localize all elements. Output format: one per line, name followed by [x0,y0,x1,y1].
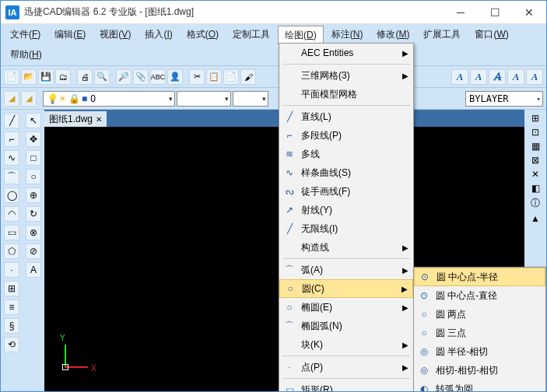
draw-tool-3[interactable]: ⌒ [4,169,19,184]
cut-button[interactable]: ✂ [189,69,205,85]
right-tool-2[interactable]: ▦ [531,141,540,152]
mod-tool-1[interactable]: ✥ [26,131,41,147]
right-tool-0[interactable]: ⊞ [531,113,539,124]
menu-扩展工具[interactable]: 扩展工具 [417,26,467,44]
mod-tool-5[interactable]: ↻ [26,206,41,222]
draw-item-平面模型网格[interactable]: 平面模型网格 [279,85,413,103]
draw-item-无限线(I)[interactable]: ╱无限线(I) [279,219,413,238]
match-button[interactable]: 🖌 [240,69,256,85]
draw-item-AEC Entities[interactable]: AEC Entities▶ [279,44,413,62]
paste-button[interactable]: 📄 [223,69,239,85]
draw-tool-8[interactable]: · [4,262,19,278]
circle-item-圆 中心点-直径[interactable]: ⊙圆 中心点-直径 [414,286,545,305]
circle-item-圆 中心点-半径[interactable]: ⊙圆 中心点-半径 [414,268,545,286]
draw-tool-11[interactable]: § [4,318,19,334]
circle-item-转弧为圆[interactable]: ◐转弧为圆 [414,380,545,392]
draw-tool-4[interactable]: ◯ [4,187,19,203]
right-tool-4[interactable]: ✕ [531,169,539,180]
draw-item-多线[interactable]: ≋多线 [279,145,413,163]
layer-combo[interactable]: 💡☀🔒■0 [43,91,175,107]
menu-窗口[interactable]: 窗口(W) [468,26,514,44]
attach-button[interactable]: 📎 [133,69,149,85]
draw-tool-9[interactable]: ⊞ [4,281,19,296]
circle-item-圆 三点[interactable]: ○圆 三点 [414,324,545,342]
draw-tool-10[interactable]: ≡ [4,299,19,315]
circle-item-圆 半径-相切[interactable]: ◎圆 半径-相切 [414,342,545,361]
mod-tool-8[interactable]: A [26,262,41,278]
draw-item-椭圆(E)[interactable]: ○椭圆(E)▶ [279,298,413,317]
textstyle-a3[interactable]: A̶ [489,69,506,85]
draw-item-射线(Y)[interactable]: ↗射线(Y) [279,201,413,219]
spell-button[interactable]: ABC [150,69,166,85]
copy-button[interactable]: 📋 [206,69,222,85]
saveall-button[interactable]: 🗂 [55,69,71,85]
right-tool-5[interactable]: ◧ [531,183,540,194]
draw-item-多段线(P)[interactable]: ⌐多段线(P) [279,126,413,145]
menu-定制工具[interactable]: 定制工具 [226,26,276,44]
mod-tool-0[interactable]: ↖ [26,113,41,128]
open-button[interactable]: 📂 [21,69,37,85]
textstyle-a4[interactable]: A [507,69,524,85]
draw-item-矩形(R)[interactable]: ▭矩形(R) [279,380,413,392]
print-button[interactable]: 🖨 [77,69,93,85]
mod-tool-2[interactable]: □ [26,150,41,166]
menu-编辑[interactable]: 编辑(E) [48,26,92,44]
draw-item-构造线[interactable]: 构造线▶ [279,238,413,257]
draw-item-圆(C)[interactable]: ○圆(C)▶ [279,279,413,298]
menu-标注[interactable]: 标注(N) [325,26,370,44]
textstyle-a2[interactable]: A [470,69,487,85]
save-button[interactable]: 💾 [38,69,54,85]
draw-item-直线(L)[interactable]: ╱直线(L) [279,107,413,126]
menu-修改[interactable]: 修改(M) [370,26,416,44]
draw-tool-1[interactable]: ⌐ [4,131,19,147]
draw-tool-0[interactable]: ╱ [4,113,19,128]
draw-item-样条曲线(S)[interactable]: ∿样条曲线(S) [279,163,413,182]
draw-item-椭圆弧(N)[interactable]: ⌒椭圆弧(N) [279,317,413,335]
app-logo-icon: IA [5,5,19,19]
layer-tool-1[interactable]: ◢ [4,91,19,107]
draw-tool-12[interactable]: ⟲ [4,337,19,352]
draw-item-弧(A)[interactable]: ⌒弧(A)▶ [279,261,413,279]
close-button[interactable]: ✕ [512,1,546,24]
mod-tool-6[interactable]: ⊗ [26,225,41,240]
find-button[interactable]: 🔎 [116,69,131,85]
file-tab-label: 图纸1.dwg [49,113,93,126]
minimize-button[interactable]: ─ [444,1,478,24]
ltype-combo[interactable] [233,91,268,107]
right-tool-3[interactable]: ⊠ [531,155,539,166]
menu-绘图[interactable]: 绘图(D) [278,26,324,44]
menu-插入[interactable]: 插入(I) [139,26,178,44]
mod-tool-4[interactable]: ⊕ [26,187,41,203]
textstyle-a5[interactable]: A [526,69,543,85]
textstyle-a1[interactable]: A [451,69,468,85]
color-combo[interactable] [177,91,231,107]
ucs-icon: X Y [57,337,96,376]
close-tab-icon[interactable]: ✕ [96,115,102,124]
layer-tool-2[interactable]: ◢ [21,91,37,107]
mod-tool-7[interactable]: ⊘ [26,243,41,259]
draw-tool-6[interactable]: ▭ [4,225,19,240]
circle-item-圆 两点[interactable]: ○圆 两点 [414,305,545,324]
new-button[interactable]: 📄 [4,69,19,85]
draw-item-三维网格(3)[interactable]: 三维网格(3)▶ [279,66,413,85]
draw-tool-5[interactable]: ◠ [4,206,19,222]
circle-item-相切-相切-相切[interactable]: ◎相切-相切-相切 [414,361,545,380]
menu-视图[interactable]: 视图(V) [93,26,137,44]
mod-tool-3[interactable]: ○ [26,169,41,184]
menu-格式[interactable]: 格式(O) [181,26,225,44]
file-tab[interactable]: 图纸1.dwg ✕ [44,111,107,128]
bylayer-combo[interactable]: BYLAYER [465,91,543,107]
maximize-button[interactable]: ☐ [478,1,512,24]
menu-帮助[interactable]: 帮助(H) [4,46,48,64]
draw-item-徒手画线(F)[interactable]: ᔓ徒手画线(F) [279,182,413,201]
right-tool-6[interactable]: ⓘ [531,197,540,210]
right-tool-7[interactable]: ▲ [531,213,540,224]
draw-tool-2[interactable]: ∿ [4,150,19,166]
draw-tool-7[interactable]: ⬠ [4,243,19,259]
draw-item-块(K)[interactable]: 块(K)▶ [279,335,413,354]
tool-button[interactable]: 👤 [167,69,183,85]
preview-button[interactable]: 🔍 [94,69,110,85]
draw-item-点(P)[interactable]: ·点(P)▶ [279,358,413,376]
right-tool-1[interactable]: ⊡ [531,127,539,138]
menu-文件[interactable]: 文件(F) [4,26,47,44]
